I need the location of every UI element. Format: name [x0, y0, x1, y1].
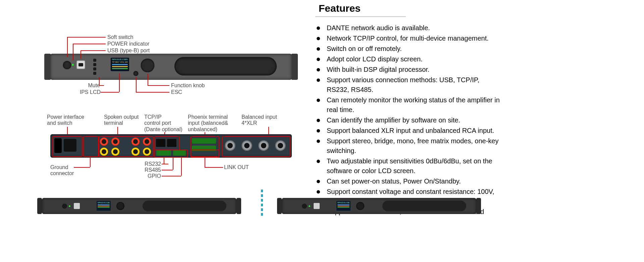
feature-item: With built-in DSP digital processor. — [315, 65, 503, 74]
thumb-lcd-icon: NP4.63 IS:1 DEFA — [97, 201, 111, 211]
thumb-usb-icon — [74, 203, 80, 209]
red-box-tcpip — [154, 136, 180, 150]
function-knob-icon — [141, 59, 154, 72]
feature-item: Support stereo, bridge, mono, free matri… — [315, 136, 503, 156]
callout-balanced: Balanced input 4*XLR — [241, 114, 277, 126]
callout-soft-switch: Soft switch — [107, 34, 133, 40]
callout-mute: Mute — [80, 83, 100, 89]
feature-item: Can remotely monitor the working status … — [315, 95, 503, 115]
thumb-led-icon — [309, 205, 310, 207]
thumb-led-icon — [69, 205, 70, 207]
callout-gpio: GPIO — [144, 173, 161, 179]
callout-rs232: RS232 — [141, 161, 161, 167]
thumb-soft-switch-icon — [62, 204, 67, 209]
callout-power-iface: Power interface and switch — [47, 114, 84, 126]
red-box-speaker — [99, 136, 154, 157]
rack-ear-right-icon — [291, 54, 298, 80]
thumb-knob-icon — [116, 202, 124, 210]
callout-linkout: LINK OUT — [224, 164, 249, 170]
thumb-vent-icon — [382, 201, 466, 211]
callout-ground: Ground connector — [50, 164, 74, 177]
red-box-xlr — [222, 136, 290, 157]
red-box-ground — [83, 136, 99, 157]
thumb-knob-icon — [356, 202, 364, 210]
thumb-soft-switch-icon — [302, 204, 307, 209]
esc-button-icon — [133, 71, 138, 76]
thumb-lcd-header: NP4.63 IS:1 DEFA — [98, 202, 110, 204]
lcd-header: NP4.63 IS:1 DEFA — [112, 58, 128, 60]
front-panel-diagram: NP4.63 IS:1 DEFA TP 30C° VOL 100 Soft sw… — [40, 30, 302, 101]
callout-function-knob: Function knob — [171, 83, 205, 89]
feature-item: Can identify the amplifier by software o… — [315, 115, 503, 125]
red-box-power — [52, 136, 83, 157]
feature-item: Support balanced XLR input and unbalance… — [315, 126, 503, 136]
callout-tcpip: TCP/IP control port (Dante optional) — [144, 114, 182, 133]
vent-grille-icon — [174, 57, 277, 75]
thumb-usb-icon — [314, 203, 320, 209]
callout-rs485: RS485 — [141, 167, 161, 173]
callout-ips-lcd: IPS LCD — [67, 89, 101, 95]
rack-ear-left-icon — [44, 54, 51, 80]
features-heading: Features — [319, 3, 503, 14]
feature-item: Two adjustable input sensitivities 0dBu/… — [315, 156, 503, 176]
power-led-icon — [72, 64, 74, 66]
feature-item: Switch on or off remotely. — [315, 44, 503, 54]
mute-buttons-icon — [92, 57, 106, 75]
rear-panel-diagram: Power interface and switch Spoken output… — [40, 111, 302, 181]
device-thumbnail-2: NP4.63 IS:1 DEFA — [282, 198, 476, 214]
lcd-screen-icon: NP4.63 IS:1 DEFA TP 30C° VOL 100 — [111, 58, 129, 71]
thumb-lcd-icon: NP4.63 IS:1 DEFA — [336, 201, 351, 211]
lcd-sub: TP 30C° VOL 100 — [112, 61, 128, 63]
callout-usb-port: USB (type-B) port — [107, 48, 150, 54]
thumb-lcd-header: NP4.63 IS:1 DEFA — [337, 202, 350, 204]
device-thumbnail-1: NP4.63 IS:1 DEFA — [42, 198, 236, 214]
features-rule-icon — [315, 16, 406, 17]
callout-speaker-out: Spoken output terminal — [104, 114, 139, 126]
features-section: Features DANTE network audio is availabl… — [315, 0, 503, 217]
feature-item: DANTE network audio is available. — [315, 23, 503, 33]
callout-power-indicator: POWER indicator — [107, 41, 149, 47]
feature-item: Network TCP/IP control, for multi-device… — [315, 34, 503, 43]
feature-item: Can set power-on status, Power On/Standb… — [315, 176, 503, 186]
soft-switch-button-icon — [63, 61, 71, 69]
thumb-vent-icon — [143, 201, 226, 211]
features-list: DANTE network audio is available.Network… — [315, 23, 503, 217]
red-box-serial-gpio — [154, 150, 188, 158]
feature-item: Support various connection methods: USB,… — [315, 75, 503, 95]
usb-port-icon — [76, 60, 85, 69]
vertical-divider-icon — [261, 190, 263, 216]
callout-phoenix: Phoenix terminal input (balanced& unbala… — [188, 114, 228, 133]
red-box-linkout — [191, 150, 219, 158]
feature-item: Adopt color LCD display screen. — [315, 54, 503, 64]
callout-esc: ESC — [171, 89, 182, 95]
